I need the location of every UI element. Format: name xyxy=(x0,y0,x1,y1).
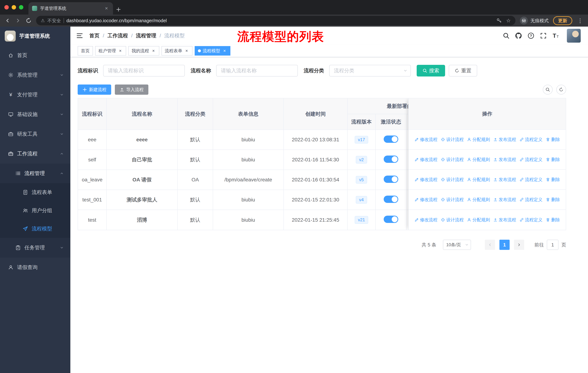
action-assign-rule[interactable]: 分配规则 xyxy=(467,157,490,162)
form-link[interactable]: biubiu xyxy=(213,130,284,150)
sidebar-item-process-form[interactable]: 流程表单 xyxy=(0,183,70,202)
close-icon[interactable]: × xyxy=(184,48,189,53)
model-name-link[interactable]: eeee xyxy=(106,130,178,150)
close-window-button[interactable] xyxy=(4,5,9,10)
action-edit-process[interactable]: 修改流程 xyxy=(414,177,437,182)
minimize-window-button[interactable] xyxy=(12,5,16,10)
category-select[interactable]: 流程分类 xyxy=(329,65,411,77)
action-delete[interactable]: 删除 xyxy=(546,177,560,182)
sidebar-item-infrastructure[interactable]: 基础设施 xyxy=(0,105,70,124)
create-process-button[interactable]: 新建流程 xyxy=(78,84,111,95)
reload-icon[interactable] xyxy=(26,18,32,24)
action-assign-rule[interactable]: 分配规则 xyxy=(467,177,490,182)
sidebar-item-home[interactable]: 首页 xyxy=(0,46,70,65)
tag-my-process[interactable]: 我的流程 × xyxy=(128,46,159,56)
action-delete[interactable]: 删除 xyxy=(546,157,560,162)
search-icon[interactable] xyxy=(503,32,510,39)
action-publish-process[interactable]: 发布流程 xyxy=(493,217,516,223)
action-publish-process[interactable]: 发布流程 xyxy=(493,137,516,142)
search-button[interactable]: 搜索 xyxy=(417,65,445,77)
import-process-button[interactable]: 导入流程 xyxy=(115,84,148,95)
help-icon[interactable] xyxy=(527,32,535,39)
sidebar-logo[interactable]: 芋道管理系统 xyxy=(0,27,70,46)
form-link[interactable]: biubiu xyxy=(213,190,284,210)
version-tag[interactable]: v2 xyxy=(356,156,367,163)
action-assign-rule[interactable]: 分配规则 xyxy=(467,197,490,202)
page-size-select[interactable]: 10条/页 xyxy=(443,240,471,250)
action-process-definition[interactable]: 流程定义 xyxy=(519,197,542,202)
sidebar-item-task-management[interactable]: 任务管理 xyxy=(0,238,70,258)
tag-process-model[interactable]: 流程模型 × xyxy=(195,46,230,56)
page-number-button[interactable]: 1 xyxy=(499,240,510,250)
forward-icon[interactable] xyxy=(15,18,21,24)
process-name-input[interactable] xyxy=(216,65,298,77)
refresh-table-button[interactable] xyxy=(556,85,566,94)
browser-menu-icon[interactable]: ⋮ xyxy=(577,18,584,24)
sidebar-item-payment[interactable]: ¥ 支付管理 xyxy=(0,85,70,105)
action-edit-process[interactable]: 修改流程 xyxy=(414,137,437,142)
reset-button[interactable]: 重置 xyxy=(449,65,477,77)
password-key-icon[interactable] xyxy=(496,18,502,23)
close-icon[interactable]: × xyxy=(151,48,156,53)
process-id-input[interactable] xyxy=(103,65,185,77)
tag-home[interactable]: 首页 xyxy=(78,46,93,56)
form-link[interactable]: biubiu xyxy=(213,150,284,170)
action-edit-process[interactable]: 修改流程 xyxy=(414,157,437,162)
bookmark-star-icon[interactable]: ☆ xyxy=(506,18,511,24)
sidebar-item-leave-query[interactable]: 请假查询 xyxy=(0,258,70,277)
action-process-definition[interactable]: 流程定义 xyxy=(519,157,542,162)
sidebar-item-system[interactable]: 系统管理 xyxy=(0,65,70,85)
new-tab-button[interactable] xyxy=(116,7,121,12)
action-publish-process[interactable]: 发布流程 xyxy=(493,177,516,182)
maximize-window-button[interactable] xyxy=(19,5,23,10)
action-process-definition[interactable]: 流程定义 xyxy=(519,217,542,223)
fullscreen-icon[interactable] xyxy=(540,32,547,39)
action-design-process[interactable]: 设计流程 xyxy=(441,177,464,182)
active-toggle[interactable] xyxy=(384,196,398,203)
prev-page-button[interactable] xyxy=(485,240,495,250)
action-delete[interactable]: 删除 xyxy=(546,197,560,202)
goto-page-input[interactable] xyxy=(547,240,558,250)
model-name-link[interactable]: 滔博 xyxy=(106,210,178,230)
action-design-process[interactable]: 设计流程 xyxy=(441,157,464,162)
action-assign-rule[interactable]: 分配规则 xyxy=(467,137,490,142)
active-toggle[interactable] xyxy=(384,176,398,183)
active-toggle[interactable] xyxy=(384,135,398,143)
tag-tenant[interactable]: 租户管理 × xyxy=(95,46,126,56)
action-assign-rule[interactable]: 分配规则 xyxy=(467,217,490,223)
action-delete[interactable]: 删除 xyxy=(546,217,560,223)
browser-tab[interactable]: 芋道管理系统 × xyxy=(28,2,113,15)
address-bar[interactable]: ⚠ 不安全 dashboard.yudao.iocoder.cn/bpm/man… xyxy=(36,16,515,25)
toggle-search-button[interactable] xyxy=(543,85,553,94)
action-process-definition[interactable]: 流程定义 xyxy=(519,177,542,182)
version-tag[interactable]: v4 xyxy=(356,196,367,204)
action-delete[interactable]: 删除 xyxy=(546,137,560,142)
form-link[interactable]: biubiu xyxy=(213,210,284,230)
sidebar-item-user-group[interactable]: 用户分组 xyxy=(0,202,70,220)
sidebar-collapse-icon[interactable] xyxy=(76,32,83,39)
model-name-link[interactable]: 测试多审批人 xyxy=(106,190,178,210)
form-link[interactable]: /bpm/oa/leave/create xyxy=(213,170,284,190)
close-icon[interactable]: × xyxy=(118,48,123,53)
back-icon[interactable] xyxy=(4,18,10,24)
sidebar-item-process-model[interactable]: 流程模型 xyxy=(0,220,70,238)
github-icon[interactable] xyxy=(515,32,522,39)
sidebar-item-devtools[interactable]: 研发工具 xyxy=(0,124,70,144)
tab-close-icon[interactable]: × xyxy=(104,5,109,11)
action-publish-process[interactable]: 发布流程 xyxy=(493,157,516,162)
breadcrumb-item[interactable]: 流程管理 xyxy=(128,32,156,39)
sidebar-item-workflow[interactable]: 工作流程 xyxy=(0,144,70,163)
browser-update-button[interactable]: 更新 xyxy=(553,16,572,25)
action-publish-process[interactable]: 发布流程 xyxy=(493,197,516,202)
action-design-process[interactable]: 设计流程 xyxy=(441,197,464,202)
action-design-process[interactable]: 设计流程 xyxy=(441,217,464,223)
model-name-link[interactable]: OA 请假 xyxy=(106,170,178,190)
sidebar-item-process-management[interactable]: 流程管理 xyxy=(0,163,70,183)
action-design-process[interactable]: 设计流程 xyxy=(441,137,464,142)
breadcrumb-item[interactable]: 首页 xyxy=(89,32,100,39)
model-name-link[interactable]: 自己审批 xyxy=(106,150,178,170)
active-toggle[interactable] xyxy=(384,216,398,223)
action-edit-process[interactable]: 修改流程 xyxy=(414,217,437,223)
tag-process-form[interactable]: 流程表单 × xyxy=(161,46,192,56)
close-icon[interactable]: × xyxy=(222,48,227,53)
